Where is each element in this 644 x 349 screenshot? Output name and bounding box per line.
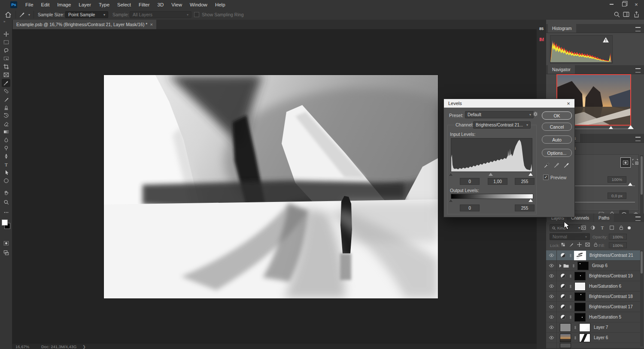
- quick-mask-icon[interactable]: [2, 239, 10, 247]
- output-shadow-slider[interactable]: [449, 199, 453, 202]
- type-tool[interactable]: [2, 160, 10, 168]
- zoom-tool[interactable]: [2, 198, 10, 206]
- frame-tool[interactable]: [2, 71, 10, 79]
- panel-menu-icon[interactable]: [635, 27, 641, 31]
- layer-mask-thumbnail[interactable]: [574, 251, 586, 260]
- healing-brush-tool[interactable]: [2, 87, 10, 95]
- adjustment-layer-icon[interactable]: [560, 273, 566, 279]
- channel-dropdown[interactable]: Brightness/Contrast 21...▾: [473, 121, 531, 129]
- tab-histogram[interactable]: Histogram: [548, 24, 576, 33]
- layer-row-brightness-contrast-17[interactable]: Brightness/Contrast 17: [546, 302, 640, 312]
- white-point-eyedropper-icon[interactable]: [563, 162, 570, 168]
- close-button[interactable]: ×: [630, 0, 642, 9]
- adjustment-layer-icon[interactable]: [560, 252, 566, 259]
- mask-link-icon[interactable]: [573, 324, 577, 331]
- layer-row-layer-6[interactable]: Layer 6: [546, 333, 640, 343]
- menu-type[interactable]: Type: [95, 2, 113, 7]
- visibility-eye-icon[interactable]: [546, 302, 557, 312]
- edit-toolbar-icon[interactable]: [2, 208, 10, 217]
- menu-layer[interactable]: Layer: [75, 2, 95, 7]
- input-shadow-field[interactable]: 0: [460, 178, 480, 185]
- preset-dropdown[interactable]: Default▾: [465, 111, 534, 118]
- filter-pixel-layers-icon[interactable]: [580, 225, 586, 231]
- eyedropper-tool-preset[interactable]: ▾: [19, 11, 30, 18]
- mask-density-value[interactable]: 100%: [608, 176, 626, 183]
- menu-view[interactable]: View: [167, 2, 186, 7]
- eraser-tool[interactable]: [2, 120, 10, 128]
- visibility-eye-icon[interactable]: [546, 312, 557, 322]
- preset-options-gear-icon[interactable]: [532, 111, 539, 117]
- filter-type-layers-icon[interactable]: [599, 225, 605, 231]
- layer-mask-thumbnail[interactable]: [574, 282, 586, 291]
- visibility-eye-icon[interactable]: [546, 292, 557, 301]
- panel-menu-icon[interactable]: [635, 137, 641, 141]
- restore-button[interactable]: [618, 0, 630, 9]
- layer-mask-icon[interactable]: [620, 157, 631, 168]
- layer-thumbnail[interactable]: [560, 334, 571, 342]
- marquee-tool[interactable]: [2, 38, 10, 46]
- workspace-icon[interactable]: [623, 11, 630, 18]
- foreground-background-colors[interactable]: [2, 218, 10, 229]
- hand-tool[interactable]: [2, 189, 10, 197]
- adjustment-layer-icon[interactable]: [560, 304, 566, 310]
- navigator-zoom-thumb[interactable]: [609, 126, 613, 129]
- visibility-eye-icon[interactable]: [546, 250, 557, 260]
- object-selection-tool[interactable]: [2, 54, 10, 63]
- eyedropper-tool[interactable]: [2, 79, 10, 87]
- layer-mask-thumbnail[interactable]: [574, 303, 586, 311]
- filter-shape-layers-icon[interactable]: [609, 225, 615, 231]
- group-folder-icon[interactable]: [563, 262, 569, 269]
- mask-link-icon[interactable]: [568, 314, 573, 321]
- layer-row-hue-saturation-5[interactable]: Hue/Saturation 5: [546, 312, 640, 322]
- mask-link-icon[interactable]: [568, 293, 573, 300]
- visibility-eye-icon[interactable]: [546, 261, 557, 271]
- mask-link-icon[interactable]: [571, 262, 576, 269]
- layer-mask-thumbnail[interactable]: [574, 292, 586, 301]
- menu-filter[interactable]: Filter: [135, 2, 154, 7]
- layer-row-hue-saturation-6[interactable]: Hue/Saturation 6: [546, 281, 640, 292]
- dodge-tool[interactable]: [2, 144, 10, 152]
- layers-scrollbar[interactable]: [640, 250, 643, 346]
- zoom-in-mountain-icon[interactable]: [628, 125, 634, 129]
- gray-point-eyedropper-icon[interactable]: [553, 162, 560, 168]
- output-shadow-field[interactable]: 0: [460, 205, 480, 211]
- ok-button[interactable]: OK: [542, 111, 572, 120]
- sample-size-dropdown[interactable]: Point Sample▾: [65, 11, 108, 18]
- layer-row-group-6[interactable]: Group 6: [546, 261, 640, 271]
- mask-link-icon[interactable]: [568, 252, 573, 259]
- path-selection-tool[interactable]: [2, 168, 10, 177]
- menu-help[interactable]: Help: [211, 2, 229, 7]
- layer-thumbnail[interactable]: [560, 323, 571, 332]
- filter-smart-objects-icon[interactable]: [618, 225, 624, 231]
- crop-tool[interactable]: [2, 63, 10, 71]
- menu-3d[interactable]: 3D: [154, 2, 168, 7]
- dialog-close-icon[interactable]: ×: [565, 100, 572, 107]
- menu-image[interactable]: Image: [53, 2, 75, 7]
- options-button[interactable]: Options...: [542, 149, 572, 157]
- mask-feather-value[interactable]: 0,0 px: [608, 193, 626, 199]
- input-highlight-slider[interactable]: [529, 173, 533, 176]
- blur-tool[interactable]: [2, 136, 10, 144]
- shape-tool[interactable]: [2, 177, 10, 185]
- layer-mask-thumbnail[interactable]: [579, 323, 590, 332]
- home-icon[interactable]: [4, 11, 12, 18]
- lasso-tool[interactable]: [2, 46, 10, 54]
- tab-navigator[interactable]: Navigator: [548, 65, 575, 74]
- panel-menu-icon[interactable]: [635, 217, 641, 221]
- visibility-eye-icon[interactable]: [546, 271, 557, 281]
- adjustment-layer-icon[interactable]: [560, 283, 566, 289]
- adjustment-layer-icon[interactable]: [560, 293, 566, 300]
- output-highlight-slider[interactable]: [529, 199, 533, 202]
- tab-paths[interactable]: Paths: [594, 214, 614, 222]
- layer-row-brightness-contrast-21[interactable]: Brightness/Contrast 21: [546, 250, 640, 261]
- layer-row-layer-7[interactable]: Layer 7: [546, 322, 640, 333]
- menu-file[interactable]: File: [21, 2, 37, 7]
- auto-button[interactable]: Auto: [542, 135, 572, 144]
- visibility-eye-icon[interactable]: [546, 333, 557, 343]
- search-icon[interactable]: [613, 11, 620, 18]
- layer-mask-thumbnail[interactable]: [579, 334, 590, 342]
- lock-transparency-icon[interactable]: [560, 242, 566, 247]
- visibility-eye-icon[interactable]: [546, 281, 557, 291]
- pen-tool[interactable]: [2, 152, 10, 160]
- group-mask-thumbnail[interactable]: [577, 262, 589, 270]
